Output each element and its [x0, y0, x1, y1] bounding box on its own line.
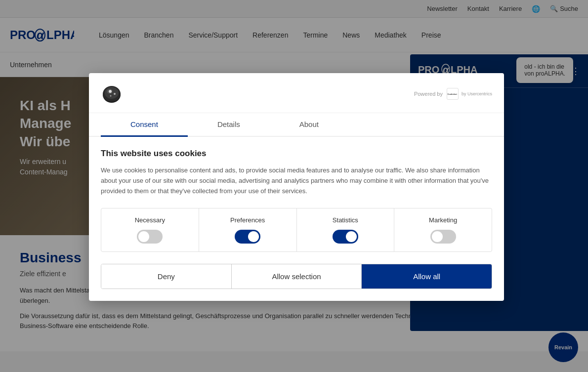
- toggle-statistics-label: Statistics: [333, 216, 358, 224]
- toggle-preferences: Preferences: [199, 208, 297, 251]
- toggles-row: Necessary Preferences Statistics Marketi…: [101, 208, 492, 252]
- tab-details[interactable]: Details: [188, 113, 270, 137]
- toggle-necessary-label: Necessary: [135, 216, 165, 224]
- toggle-necessary-switch[interactable]: [137, 230, 163, 244]
- svg-point-13: [114, 93, 116, 95]
- modal-logo-icon: [101, 83, 123, 105]
- toggle-preferences-label: Preferences: [230, 216, 265, 224]
- tab-consent[interactable]: Consent: [101, 113, 188, 137]
- cookiebot-logo: Cookiebot by Usercentrics: [447, 88, 492, 100]
- modal-tabs: Consent Details About: [89, 113, 504, 137]
- modal-buttons: Deny Allow selection Allow all: [101, 264, 492, 289]
- allow-all-button[interactable]: Allow all: [362, 264, 492, 289]
- deny-button[interactable]: Deny: [101, 264, 232, 289]
- toggle-marketing-label: Marketing: [429, 216, 457, 224]
- svg-point-12: [109, 90, 112, 93]
- cookie-modal: Powered by Cookiebot by Usercentrics Con…: [89, 73, 504, 301]
- toggle-preferences-switch[interactable]: [235, 230, 260, 244]
- svg-point-14: [110, 95, 112, 97]
- tab-about[interactable]: About: [270, 113, 348, 137]
- modal-body: This website uses cookies We use cookies…: [89, 137, 504, 301]
- cookiebot-logo-icon: Cookiebot: [447, 88, 459, 100]
- svg-text:Cookiebot: Cookiebot: [447, 93, 457, 95]
- modal-description: We use cookies to personalise content an…: [101, 165, 492, 196]
- modal-title: This website uses cookies: [101, 149, 492, 159]
- toggle-statistics: Statistics: [297, 208, 395, 251]
- cookiebot-branding: Powered by Cookiebot by Usercentrics: [414, 88, 492, 100]
- toggle-necessary: Necessary: [101, 208, 199, 251]
- powered-by-text: Powered by: [414, 91, 443, 97]
- allow-selection-button[interactable]: Allow selection: [232, 264, 362, 289]
- toggle-statistics-switch[interactable]: [333, 230, 358, 244]
- toggle-marketing-switch[interactable]: [430, 230, 456, 244]
- cookiebot-sub: by Usercentrics: [462, 91, 492, 96]
- modal-header: Powered by Cookiebot by Usercentrics: [89, 73, 504, 113]
- toggle-marketing: Marketing: [394, 208, 492, 251]
